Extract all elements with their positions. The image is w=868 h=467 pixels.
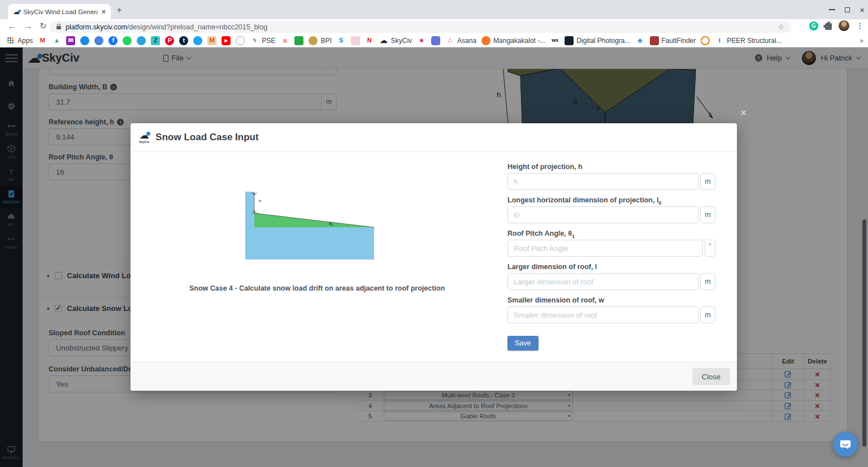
netflix-icon: N xyxy=(365,36,374,45)
reload-icon[interactable]: ↻ xyxy=(40,21,47,31)
browser-titlebar: ☁ SkyCiv Wind Load Generato × + × xyxy=(0,0,868,19)
bpi-icon xyxy=(309,36,318,45)
profile-avatar[interactable] xyxy=(839,20,849,31)
lock-icon xyxy=(57,26,61,29)
forward-icon[interactable]: → xyxy=(24,21,32,31)
intercom-chat-button[interactable] xyxy=(833,432,858,457)
grammarly-extension-icon[interactable]: G xyxy=(809,21,818,31)
tab-title: SkyCiv Wind Load Generato xyxy=(23,8,98,15)
bookmark-twitter[interactable] xyxy=(193,36,202,45)
modal-input-2[interactable] xyxy=(507,240,703,257)
z-app-icon: Z xyxy=(151,36,160,45)
faultfinder-icon xyxy=(650,36,659,45)
purple-mail-icon: ✉ xyxy=(66,36,75,45)
modal-field-group: m xyxy=(507,206,715,223)
snow-load-case-modal: ☁ SkyCiv Snow Load Case Input h xyxy=(131,123,737,391)
bookmark-telegram[interactable] xyxy=(137,36,146,45)
bookmark-z-app[interactable]: Z xyxy=(151,36,160,45)
youtube-icon: ▸ xyxy=(222,36,231,45)
modal-header: ☁ SkyCiv Snow Load Case Input xyxy=(131,123,737,152)
bookmark-asana[interactable]: ∴Asana xyxy=(445,36,476,45)
bookmark-skyciv[interactable]: ☁SkyCiv xyxy=(379,36,412,45)
color-burst-icon: ∗ xyxy=(417,36,426,45)
back-icon[interactable]: ← xyxy=(8,21,16,31)
pse-label: PSE xyxy=(262,37,275,45)
wattpad-icon: u xyxy=(280,36,289,45)
bookmark-blue-s[interactable]: S xyxy=(337,36,346,45)
unit-box: m xyxy=(700,273,715,290)
bookmark-medium[interactable]: M xyxy=(207,36,216,45)
modal-field-label: Larger dimension of roof, l xyxy=(507,263,715,271)
modal-input-0[interactable] xyxy=(507,173,698,190)
google-drive-icon: ▲ xyxy=(52,36,61,45)
chrome-menu-icon[interactable]: ⋮ xyxy=(856,21,863,30)
modal-field-group: m xyxy=(507,306,715,323)
bookmark-blue-app[interactable] xyxy=(94,36,103,45)
modal-title: Snow Load Case Input xyxy=(155,132,258,143)
unit-box: m xyxy=(700,306,715,323)
bookmark-faultfinder[interactable]: FaultFinder xyxy=(650,36,696,45)
bookmark-tumblr[interactable]: t xyxy=(179,36,188,45)
scrollbar-thumb[interactable] xyxy=(862,219,866,447)
url-bar[interactable]: platform.skyciv.com/design/wind?preload_… xyxy=(50,21,791,33)
overlay-close-icon[interactable]: × xyxy=(741,109,746,118)
save-button[interactable]: Save xyxy=(507,336,539,351)
bookmark-purple-app[interactable] xyxy=(431,36,440,45)
unit-box: m xyxy=(700,206,715,223)
modal-field-label: Longest horizontal dimension of projecti… xyxy=(507,197,715,204)
peer-structural-label: PEER Structural... xyxy=(727,37,782,45)
asana-label: Asana xyxy=(457,37,476,45)
tab-close-icon[interactable]: × xyxy=(101,7,106,16)
bookmark-facebook[interactable]: f xyxy=(108,36,118,45)
green-app-icon xyxy=(294,36,303,45)
digital-photography-label: Digital Photogra... xyxy=(576,37,630,45)
window-maximize-icon[interactable] xyxy=(845,7,850,12)
bookmark-apps-grid[interactable]: Apps xyxy=(6,36,33,45)
bookmarks-overflow-icon[interactable]: » xyxy=(860,34,863,47)
bookmark-mangakakalot[interactable]: Mangakakalot -... xyxy=(481,36,545,45)
bookmark-star-icon[interactable]: ☆ xyxy=(778,23,784,31)
close-button[interactable]: Close xyxy=(692,368,730,385)
url-path: /design/wind?preload_name=nbcc2015_blog xyxy=(127,23,774,31)
bookmark-color-burst[interactable]: ∗ xyxy=(417,36,426,45)
bookmark-whatsapp[interactable] xyxy=(123,36,132,45)
modal-field-label: Height of projection, h xyxy=(507,163,715,171)
tumblr-icon: t xyxy=(179,36,188,45)
url-domain: platform.skyciv.com xyxy=(66,23,127,31)
new-tab-button[interactable]: + xyxy=(116,5,122,16)
blue-s-icon: S xyxy=(337,36,346,45)
skyciv-icon: ☁ xyxy=(379,36,388,45)
bookmark-wix[interactable]: wx xyxy=(550,36,559,45)
bookmark-youtube[interactable]: ▸ xyxy=(222,36,231,45)
browser-tab[interactable]: ☁ SkyCiv Wind Load Generato × xyxy=(8,4,111,19)
bookmark-wattpad[interactable]: u xyxy=(280,36,289,45)
bookmark-pink-badge[interactable] xyxy=(351,36,360,45)
bookmark-pse[interactable]: ϟPSE xyxy=(250,36,275,45)
peer-structural-icon: i xyxy=(715,36,724,45)
window-close-icon[interactable]: × xyxy=(860,6,865,14)
wix-icon: wx xyxy=(550,36,559,45)
modal-input-4[interactable] xyxy=(507,306,698,323)
bookmark-peer-structural[interactable]: iPEER Structural... xyxy=(715,36,782,45)
window-minimize-icon[interactable] xyxy=(829,9,835,10)
snow-case-diagram: h θ1 xyxy=(245,190,375,262)
bookmark-purple-mail[interactable]: ✉ xyxy=(66,36,75,45)
bookmark-netflix[interactable]: N xyxy=(365,36,374,45)
extensions-puzzle-icon[interactable] xyxy=(825,23,832,30)
bookmark-google-drive[interactable]: ▲ xyxy=(52,36,61,45)
telegram-icon xyxy=(137,36,146,45)
bookmark-pinterest[interactable]: P xyxy=(165,36,174,45)
bookmark-green-app[interactable] xyxy=(294,36,303,45)
bpi-label: BPI xyxy=(320,37,331,45)
bookmark-orange-ring[interactable] xyxy=(701,36,710,45)
bookmark-gem[interactable]: ◆ xyxy=(636,36,645,45)
pink-badge-icon xyxy=(351,36,360,45)
bookmark-digital-photography[interactable]: Digital Photogra... xyxy=(565,36,630,45)
modal-input-3[interactable] xyxy=(507,273,698,290)
bookmark-messenger[interactable] xyxy=(80,36,89,45)
bookmark-gray-ring[interactable] xyxy=(236,36,245,45)
gmail-icon: M xyxy=(38,36,47,45)
bookmark-bpi[interactable]: BPI xyxy=(309,36,331,45)
bookmark-gmail[interactable]: M xyxy=(38,36,47,45)
modal-input-1[interactable] xyxy=(507,206,698,223)
